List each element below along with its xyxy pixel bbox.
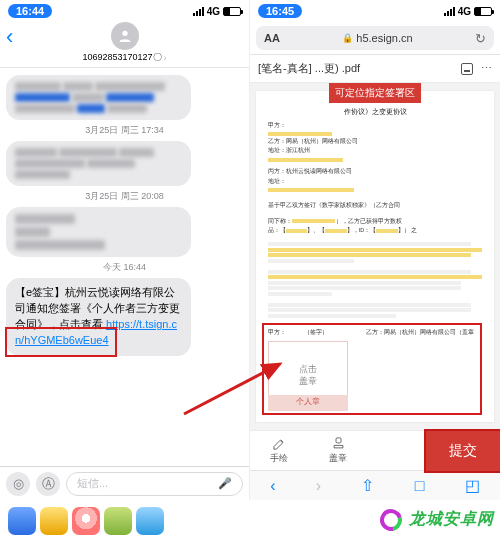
message-list[interactable]: 3月25日 周三 17:34 3月25日 周三 20:08 今天 16:44 【… (0, 68, 249, 466)
dock-app[interactable] (104, 507, 132, 535)
network-label: 4G (458, 6, 471, 17)
pdf-page: 作协议》之变更协议 甲方： 乙方：网易（杭州）网络有限公司 地址：浙江杭州 丙方… (256, 91, 494, 422)
signature-drop-zone[interactable]: 点击 盖章 个人章 (268, 341, 348, 411)
dock-app[interactable] (40, 507, 68, 535)
safari-header: AA 🔒 h5.esign.cn ↻ (250, 22, 500, 55)
status-time: 16:45 (258, 4, 302, 18)
phone-messages: 16:44 4G ‹ 10692853170127〇› 3月25日 周三 17:… (0, 0, 250, 500)
party-b-seal: 网易（杭州）网络有限公司（盖章 (384, 329, 474, 335)
doc-heading: 作协议》之变更协议 (344, 108, 407, 115)
message-input[interactable]: 短信... 🎤 (66, 472, 243, 496)
doc-title: [笔名-真名] ...更) .pdf (258, 61, 360, 76)
page-list-icon[interactable] (461, 63, 473, 75)
watermark: 龙城安卓网 (377, 506, 494, 534)
battery-icon (474, 7, 492, 16)
dock-app[interactable] (136, 507, 164, 535)
watermark-logo-icon (377, 506, 405, 534)
stamp-icon (331, 436, 346, 451)
sign-hint-2: 盖章 (299, 376, 317, 388)
dock-app[interactable] (8, 507, 36, 535)
messages-header: ‹ 10692853170127〇› (0, 22, 249, 68)
dock (8, 507, 164, 535)
share-icon[interactable]: ⇧ (361, 476, 374, 495)
sign-hint-1: 点击 (299, 364, 317, 376)
battery-icon (223, 7, 241, 16)
timestamp: 3月25日 周三 20:08 (6, 190, 243, 203)
mic-icon[interactable]: 🎤 (218, 477, 232, 490)
address-bar[interactable]: AA 🔒 h5.esign.cn ↻ (256, 26, 494, 50)
locate-sign-area-tag: 可定位指定签署区 (329, 83, 421, 103)
party-b-addr: 地址：浙江杭州 (268, 147, 482, 154)
doc-header: [笔名-真名] ...更) .pdf ⋯ (250, 55, 500, 83)
nav-back-icon[interactable]: ‹ (270, 477, 275, 495)
watermark-text: 龙城安卓网 (409, 509, 494, 530)
timestamp: 今天 16:44 (6, 261, 243, 274)
more-icon[interactable]: ⋯ (481, 62, 492, 75)
status-time: 16:44 (8, 4, 52, 18)
stamp-button[interactable]: 盖章 (309, 436, 368, 465)
page-url: 🔒 h5.esign.cn (286, 32, 469, 44)
contact-number[interactable]: 10692853170127〇› (82, 51, 166, 64)
status-bar: 16:44 4G (0, 0, 249, 22)
handdraw-button[interactable]: 手绘 (250, 436, 309, 465)
compose-bar: ◎ Ⓐ 短信... 🎤 (0, 466, 249, 500)
input-placeholder: 短信... (77, 476, 108, 491)
message-bubble[interactable] (6, 141, 191, 186)
back-icon[interactable]: ‹ (6, 24, 13, 50)
svg-point-0 (122, 31, 127, 36)
nav-forward-icon: › (316, 477, 321, 495)
pencil-icon (272, 436, 287, 451)
reload-icon[interactable]: ↻ (475, 31, 486, 46)
personal-seal-tab[interactable]: 个人章 (268, 395, 348, 411)
camera-icon[interactable]: ◎ (6, 472, 30, 496)
party-b: 乙方：网易（杭州）网络有限公司 (268, 138, 482, 145)
lock-icon: 🔒 (342, 33, 353, 43)
dock-app[interactable] (72, 507, 100, 535)
text-size-icon[interactable]: AA (264, 32, 280, 44)
network-label: 4G (207, 6, 220, 17)
phone-safari: 16:45 4G AA 🔒 h5.esign.cn ↻ [笔名-真名] ...更… (250, 0, 500, 500)
message-bubble[interactable] (6, 207, 191, 257)
tabs-icon[interactable]: ◰ (465, 476, 480, 495)
message-bubble-esign[interactable]: 【e签宝】杭州云悦读网络有限公司通知您签署《个人作者三方变更合同》，点击查看 h… (6, 278, 191, 356)
bookmarks-icon[interactable]: □ (415, 477, 425, 495)
action-bar: 手绘 盖章 提交 (250, 430, 500, 470)
appstore-icon[interactable]: Ⓐ (36, 472, 60, 496)
timestamp: 3月25日 周三 17:34 (6, 124, 243, 137)
message-bubble[interactable] (6, 75, 191, 120)
party-c: 丙方：杭州云悦读网络有限公司 (268, 168, 482, 175)
signal-icon (193, 7, 204, 16)
svg-rect-1 (336, 438, 341, 443)
submit-button[interactable]: 提交 (426, 431, 500, 471)
safari-toolbar: ‹ › ⇧ □ ◰ (250, 470, 500, 500)
document-viewer[interactable]: 可定位指定签署区 作协议》之变更协议 甲方： 乙方：网易（杭州）网络有限公司 地… (250, 83, 500, 430)
chevron-right-icon: › (164, 53, 167, 63)
contact-avatar[interactable] (111, 22, 139, 50)
party-c-addr: 地址： (268, 178, 482, 185)
status-bar: 16:45 4G (250, 0, 500, 22)
bottom-strip: 龙城安卓网 (0, 500, 500, 539)
signal-icon (444, 7, 455, 16)
